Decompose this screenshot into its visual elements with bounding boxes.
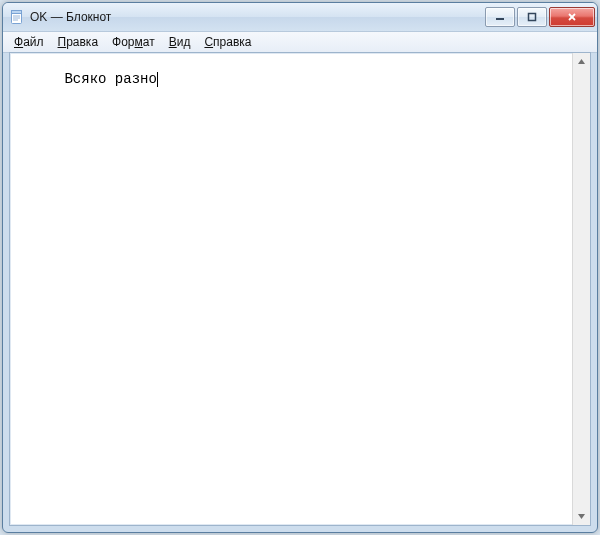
text-caret xyxy=(157,72,158,87)
client-area: Всяко разно xyxy=(9,52,591,526)
menu-bar: Файл Правка Формат Вид Справка xyxy=(3,32,597,53)
vertical-scrollbar[interactable] xyxy=(572,53,590,525)
window-title: OK — Блокнот xyxy=(30,10,483,24)
svg-rect-6 xyxy=(529,14,536,21)
menu-help[interactable]: Справка xyxy=(197,34,258,50)
notepad-icon xyxy=(9,9,25,25)
title-bar[interactable]: OK — Блокнот xyxy=(3,3,597,32)
menu-view[interactable]: Вид xyxy=(162,34,198,50)
text-editor[interactable]: Всяко разно xyxy=(10,53,572,525)
svg-marker-9 xyxy=(578,59,585,64)
editor-content: Всяко разно xyxy=(64,71,156,87)
menu-format[interactable]: Формат xyxy=(105,34,162,50)
notepad-window: OK — Блокнот Файл Правка Формат Вид Спра… xyxy=(2,2,598,533)
svg-rect-1 xyxy=(12,11,22,14)
window-controls xyxy=(483,7,595,27)
scroll-track[interactable] xyxy=(573,70,590,508)
minimize-button[interactable] xyxy=(485,7,515,27)
svg-marker-10 xyxy=(578,514,585,519)
scroll-up-icon[interactable] xyxy=(573,53,590,70)
menu-file[interactable]: Файл xyxy=(7,34,51,50)
close-button[interactable] xyxy=(549,7,595,27)
menu-edit[interactable]: Правка xyxy=(51,34,106,50)
scroll-down-icon[interactable] xyxy=(573,508,590,525)
svg-rect-5 xyxy=(496,18,504,20)
maximize-button[interactable] xyxy=(517,7,547,27)
